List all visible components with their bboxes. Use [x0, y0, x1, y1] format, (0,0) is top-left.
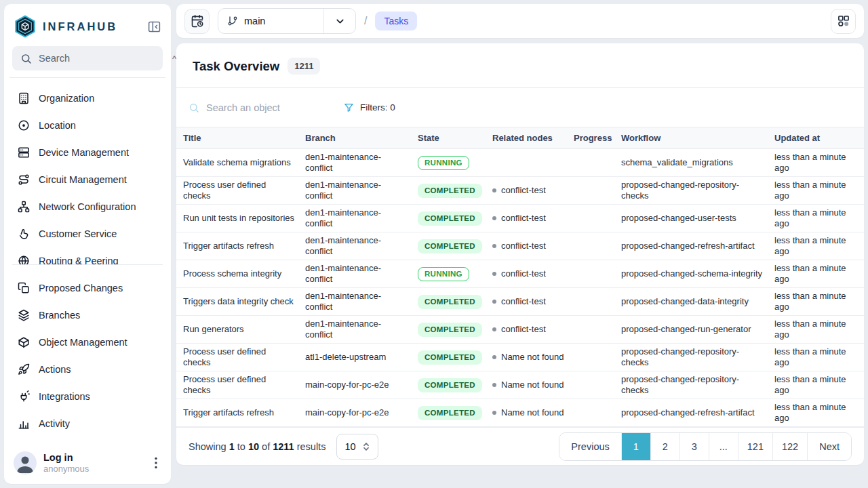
schema-button[interactable]	[831, 9, 856, 34]
related-node-link[interactable]: conflict-test	[501, 185, 546, 196]
state-badge: COMPLETED	[418, 239, 482, 253]
cube-icon	[18, 336, 30, 348]
pagination-page-121[interactable]: 121	[738, 433, 772, 460]
time-travel-button[interactable]	[184, 9, 210, 34]
node-dot-icon	[492, 216, 496, 220]
pagination-page-122[interactable]: 122	[772, 433, 807, 460]
sidebar-item-integrations[interactable]: Integrations	[12, 383, 163, 410]
filters-button[interactable]: Filters: 0	[344, 102, 395, 113]
related-node-link[interactable]: conflict-test	[501, 268, 546, 279]
table-row[interactable]: Validate schema migrationsden1-maintenan…	[176, 149, 864, 177]
divider	[9, 77, 165, 78]
sidebar-item-object-management[interactable]: Object Management	[12, 329, 163, 356]
pagination-next[interactable]: Next	[807, 433, 851, 460]
filters-label: Filters: 0	[360, 102, 395, 113]
cell-workflow: proposed-changed-refresh-artifact	[614, 232, 768, 260]
related-node-link[interactable]: Name not found	[501, 407, 564, 418]
table-row[interactable]: Trigger artifacts refreshmain-copy-for-p…	[176, 399, 864, 427]
table-row[interactable]: Process user defined checksatl1-delete-u…	[176, 344, 864, 371]
cell-workflow: proposed-changed-repository-checks	[614, 371, 768, 399]
sidebar-item-proposed-changes[interactable]: Proposed Changes	[12, 274, 163, 302]
sidebar-item-circuit-management[interactable]: Circuit Management	[12, 166, 163, 193]
cell-progress	[567, 149, 614, 177]
server-icon	[18, 146, 30, 159]
object-search[interactable]	[189, 102, 334, 113]
sidebar-item-actions[interactable]: Actions	[12, 356, 163, 383]
breadcrumb-tasks[interactable]: Tasks	[375, 12, 417, 30]
tasks-table: Title Branch State Related nodes Progres…	[176, 127, 864, 427]
related-node-link[interactable]: Name not found	[501, 352, 564, 363]
cell-title: Run generators	[176, 316, 298, 344]
related-node-link[interactable]: Name not found	[501, 380, 564, 390]
sidebar-item-label: Actions	[39, 364, 71, 375]
sidebar-footer: Log in anonymous	[12, 447, 163, 476]
col-branch[interactable]: Branch	[298, 127, 411, 149]
pagination-page-3[interactable]: 3	[679, 433, 709, 460]
sidebar-item-label: Location	[39, 120, 76, 131]
kebab-menu-icon[interactable]	[151, 454, 161, 472]
sidebar-item-activity[interactable]: Activity	[12, 410, 163, 437]
cell-branch: main-copy-for-pc-e2e	[298, 399, 411, 427]
table-row[interactable]: Triggers data integrity checkden1-mainte…	[176, 288, 864, 316]
col-progress[interactable]: Progress	[567, 127, 614, 149]
col-state[interactable]: State	[411, 127, 486, 149]
collapse-sidebar-icon[interactable]	[147, 20, 161, 34]
pagination-page-1[interactable]: 1	[621, 433, 650, 460]
sidebar-item-location[interactable]: Location	[12, 112, 163, 139]
state-badge: RUNNING	[418, 156, 469, 170]
brand-name: INFRAHUB	[43, 20, 117, 33]
route-icon	[18, 174, 30, 186]
node-dot-icon	[492, 272, 496, 276]
state-badge: COMPLETED	[418, 184, 482, 198]
sidebar-item-organization[interactable]: Organization	[12, 85, 163, 112]
git-branch-icon	[227, 16, 238, 26]
cell-title: Process user defined checks	[176, 371, 298, 399]
related-node-link[interactable]: conflict-test	[501, 241, 546, 251]
branch-dropdown-toggle[interactable]	[323, 9, 355, 33]
page-size-select[interactable]: 10	[336, 434, 378, 460]
location-icon	[18, 119, 30, 131]
cell-progress	[567, 260, 614, 288]
table-row[interactable]: Run generatorsden1-maintenance-conflictC…	[176, 316, 864, 344]
cell-state: RUNNING	[411, 149, 486, 177]
col-title[interactable]: Title	[176, 127, 298, 149]
sidebar-item-customer-service[interactable]: Customer Service	[12, 220, 163, 247]
col-updated-at[interactable]: Updated at	[768, 127, 864, 149]
sidebar-item-branches[interactable]: Branches	[12, 302, 163, 329]
search-icon	[20, 53, 32, 64]
calendar-clock-icon	[191, 14, 204, 28]
state-badge: COMPLETED	[418, 378, 482, 392]
sidebar-item-routing-peering[interactable]: Routing & Peering	[12, 247, 163, 265]
sidebar-item-label: Network Configuration	[39, 201, 136, 212]
sidebar-search-input[interactable]	[39, 53, 165, 64]
col-related-nodes[interactable]: Related nodes	[486, 127, 567, 149]
table-footer: Showing 1 to 10 of 1211 results 10 Previ…	[176, 427, 864, 465]
table-row[interactable]: Process user defined checksmain-copy-for…	[176, 371, 864, 399]
globe-icon	[18, 255, 30, 265]
cell-state: COMPLETED	[411, 399, 486, 427]
sidebar: INFRAHUB ^K Organization Location Device…	[4, 4, 171, 484]
sidebar-item-network-configuration[interactable]: Network Configuration	[12, 193, 163, 220]
cell-state: COMPLETED	[411, 371, 486, 399]
pagination-ellipsis[interactable]: ...	[709, 433, 738, 460]
table-row[interactable]: Process schema integrityden1-maintenance…	[176, 260, 864, 288]
col-workflow[interactable]: Workflow	[614, 127, 768, 149]
cell-related-nodes: conflict-test	[486, 232, 567, 260]
cell-progress	[567, 288, 614, 316]
object-search-input[interactable]	[206, 102, 334, 113]
related-node-link[interactable]: conflict-test	[501, 324, 546, 335]
related-node-link[interactable]: conflict-test	[501, 296, 546, 307]
search-icon	[189, 102, 199, 113]
cell-state: COMPLETED	[411, 316, 486, 344]
hand-icon	[18, 228, 30, 240]
pagination-page-2[interactable]: 2	[650, 433, 679, 460]
login-link[interactable]: Log in	[43, 452, 89, 463]
sidebar-search[interactable]: ^K	[12, 46, 163, 70]
table-row[interactable]: Trigger artifacts refreshden1-maintenanc…	[176, 232, 864, 260]
sidebar-item-device-management[interactable]: Device Management	[12, 139, 163, 166]
pagination-previous[interactable]: Previous	[559, 433, 620, 460]
table-row[interactable]: Process user defined checksden1-maintena…	[176, 177, 864, 205]
branch-selector[interactable]: main	[218, 8, 356, 34]
table-row[interactable]: Run unit tests in repositoriesden1-maint…	[176, 205, 864, 232]
related-node-link[interactable]: conflict-test	[501, 213, 546, 224]
